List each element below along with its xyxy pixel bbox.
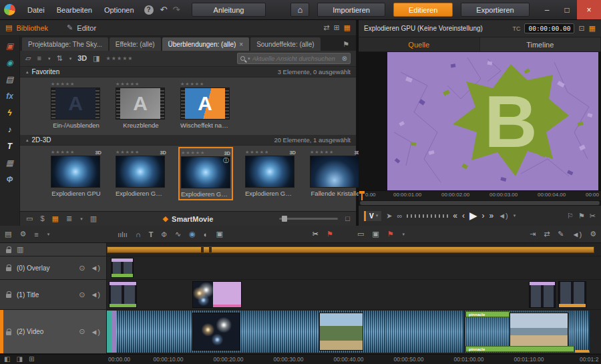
lock-icon[interactable] [6,331,11,335]
snapshot-icon[interactable]: ▣ [216,230,222,238]
edit-pen-icon[interactable]: ✎ [558,230,564,238]
menu-clip[interactable] [107,246,594,253]
list-view-icon[interactable]: ≡ [37,55,41,62]
speaker-icon[interactable]: ◄) [90,291,100,299]
nav-voiceover-icon[interactable]: Ф [3,175,17,184]
transition-card[interactable]: ★★★★★ A Wischeffekt nach... [180,81,231,129]
transition-thumbnail[interactable] [51,156,100,188]
close-button[interactable]: × [577,0,601,19]
nav-montage-icon[interactable]: ▦ [3,158,17,168]
tab-soundeffekte[interactable]: Soundeffekte: (alle) [250,37,321,51]
timecode-field[interactable]: 00:00:00.00 [524,23,574,33]
eye-icon[interactable]: ⊙ [79,264,85,272]
undo-icon[interactable]: ↶ [158,5,170,15]
tab-projektablage[interactable]: Projektablage: The Sky... [22,37,108,51]
trim-icon[interactable]: ✂ [590,212,596,220]
menu-datei[interactable]: Datei [22,6,50,14]
smartmovie-button[interactable]: ◆SmartMovie [163,215,214,223]
transition-thumbnail[interactable]: A [180,87,230,120]
eye-icon[interactable]: ⊙ [79,291,85,299]
tab-flag-icon[interactable]: ⚑ [343,41,349,48]
speaker-icon[interactable]: ◄) [90,328,100,336]
zoom-slider[interactable] [279,218,338,220]
track-size-small-icon[interactable]: ◧ [4,355,10,363]
transition-card[interactable]: ★★★★★ A Kreuzblende [116,81,166,129]
add-title-icon[interactable]: T [149,230,154,238]
title-clip[interactable] [109,281,137,308]
send-to-timeline-icon[interactable]: ⇄ [544,230,550,238]
section-favoriten-header[interactable]: ▴ Favoriten 3 Elemente, 0 ausgewählt [20,67,356,77]
item-stars[interactable]: ★★★★★ [181,150,205,156]
transition-card-selected[interactable]: ⓘ ★★★★★3D Explodieren GPU ... [178,147,233,200]
video-clip[interactable] [385,311,464,353]
transition-card[interactable]: ★★★★★3D Fallende Kristalle [310,149,361,197]
title-clip[interactable] [558,281,586,308]
item-stars[interactable]: ★★★★★ [51,81,102,87]
preview-scrollbar[interactable] [359,200,601,206]
rating-filter-stars[interactable]: ★★★★★ [106,55,134,61]
menu-bearbeiten[interactable]: Bearbeiten [51,6,97,14]
subtitle-icon[interactable]: ◐ [204,230,208,238]
video-clip[interactable] [575,311,590,353]
nav-media-icon[interactable]: ▣ [3,41,17,51]
transition-thumbnail[interactable] [310,156,359,188]
scorefitter-icon[interactable]: ∿ [175,230,181,238]
tab-ueberblendungen[interactable]: Überblendungen: (alle)× [162,37,250,51]
preview-scrollbar-thumb[interactable] [360,201,600,205]
clip-thumbnail-fireworks[interactable] [192,313,240,351]
track-size-add-icon[interactable]: ⊞ [29,355,34,363]
smart-tools-icon[interactable]: ⚙ [590,230,596,238]
loop-icon[interactable]: ∞ [397,212,402,220]
tab-close-icon[interactable]: × [239,41,243,48]
video-clip[interactable] [107,311,112,353]
frame-back-button[interactable]: ‹ [462,211,465,220]
video-clip[interactable] [112,311,116,353]
marker-list-icon[interactable]: ⚑ [387,230,394,238]
item-stars[interactable]: ★★★★★ [51,150,75,155]
go-to-end-button[interactable]: » [489,211,493,220]
nav-audio-icon[interactable]: ♪ [3,125,17,134]
clip-thumbnail-park[interactable] [319,313,363,351]
nav-titles-icon[interactable]: T [3,142,17,151]
editieren-button[interactable]: Editieren [393,3,453,17]
speaker-icon[interactable]: ◄) [90,264,100,272]
maximize-button[interactable]: □ [557,0,577,19]
item-stars[interactable]: ★★★★★ [180,81,231,87]
detail-view-icon[interactable]: ≣ [66,215,72,222]
editor-tab[interactable]: Editor [77,24,96,32]
jog-shuttle[interactable] [407,214,448,218]
transition-thumbnail[interactable]: A [116,87,165,120]
home-button[interactable]: ⌂ [290,3,309,17]
help-icon[interactable]: ? [144,5,154,15]
clip-label-bar[interactable]: pinnacle [465,346,574,352]
scene-view-icon[interactable]: ▥ [90,215,97,222]
lock-icon[interactable] [6,294,11,298]
track-manager-icon[interactable]: ▤ [5,230,11,238]
tag-icon[interactable]: ◨ [93,55,99,62]
item-stars[interactable]: ★★★★★ [116,150,140,155]
marker-icon[interactable]: ⚑ [327,230,333,238]
volume-icon[interactable]: ◄) [498,212,508,220]
preview-playhead[interactable] [361,191,363,200]
gear-icon[interactable]: ⚙ [19,230,26,238]
menu-optionen[interactable]: Optionen [99,6,140,14]
tab-quelle[interactable]: Quelle [359,37,480,51]
library-menu-icon[interactable]: ▦ [344,24,351,31]
transition-card[interactable]: ★★★★★3D Explodieren GPU ... [116,149,166,197]
exportieren-button[interactable]: Exportieren [461,3,529,17]
transition-card[interactable]: ★★★★★3D Explodieren GPU [51,149,102,197]
go-to-start-button[interactable]: « [453,211,457,220]
voiceover-mic-icon[interactable]: Ф [162,230,167,238]
zoom-slider-handle[interactable] [282,216,287,222]
clip-label-bar[interactable]: pinnacle [465,311,510,317]
timeline-ruler[interactable]: ◧ ◨ ⊞ 00:00.00 00:00:10.00 00:00:20.00 0… [0,354,601,364]
collapse-tracks-icon[interactable]: ⇥ [530,230,536,238]
magnet-icon[interactable]: ∩ [136,230,141,238]
collapse-icon[interactable]: ▴ [26,138,29,143]
audio-mixer-icon[interactable]: ıılıı [118,230,128,238]
transition-thumbnail[interactable] [116,156,165,188]
tab-timeline[interactable]: Timeline [480,37,601,51]
clip-thumbnail-beach[interactable] [510,313,568,351]
sort-icon[interactable]: ⇅ [56,55,62,62]
marker-in-icon[interactable]: ⚐ [567,212,574,220]
